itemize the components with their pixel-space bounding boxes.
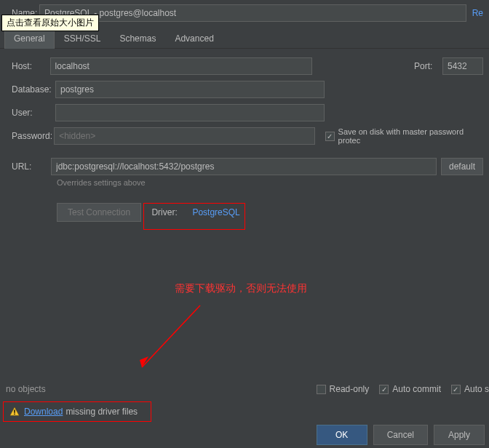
readonly-checkbox[interactable]	[317, 385, 326, 394]
database-label: Database:	[6, 84, 55, 95]
svg-marker-1	[140, 356, 148, 367]
tab-general[interactable]: General	[4, 29, 55, 49]
no-objects-label: no objects	[6, 384, 46, 394]
svg-rect-3	[14, 409, 15, 412]
url-input[interactable]	[51, 158, 437, 175]
url-hint: Overrides settings above	[57, 178, 483, 187]
annotation-arrow-icon	[124, 298, 211, 378]
apply-button[interactable]: Apply	[434, 425, 485, 445]
reset-link[interactable]: Re	[472, 8, 483, 18]
autosync-label: Auto s	[464, 384, 489, 394]
test-connection-button[interactable]: Test Connection	[57, 203, 141, 222]
warning-icon	[9, 407, 20, 417]
svg-line-0	[142, 305, 200, 367]
host-input[interactable]	[50, 57, 313, 75]
password-label: Password:	[6, 131, 54, 141]
download-highlight: Download missing driver files	[3, 401, 151, 422]
tab-schemas[interactable]: Schemas	[110, 29, 165, 48]
download-rest-label: missing driver files	[65, 407, 138, 417]
name-input[interactable]	[39, 4, 466, 22]
download-link[interactable]: Download	[24, 407, 63, 417]
tab-bar: General SSH/SSL Schemas Advanced	[0, 29, 489, 49]
port-input[interactable]	[442, 57, 483, 75]
save-password-checkbox[interactable]	[325, 132, 335, 141]
autocommit-label: Auto commit	[392, 384, 441, 394]
url-default-button[interactable]: default	[441, 158, 483, 175]
driver-highlight: Driver: PostgreSQL	[143, 203, 244, 230]
readonly-label: Read-only	[330, 384, 370, 394]
annotation-text: 需要下载驱动，否则无法使用	[175, 282, 307, 295]
save-password-label: Save on disk with master password protec	[338, 127, 483, 145]
driver-label: Driver:	[146, 207, 186, 217]
driver-link[interactable]: PostgreSQL	[192, 207, 239, 217]
database-input[interactable]	[55, 81, 325, 98]
tab-sshssl[interactable]: SSH/SSL	[55, 29, 111, 48]
image-tooltip: 点击查看原始大小图片	[1, 15, 99, 31]
user-input[interactable]	[55, 104, 325, 121]
password-input[interactable]	[54, 127, 315, 145]
tab-advanced[interactable]: Advanced	[165, 29, 223, 48]
cancel-button[interactable]: Cancel	[373, 425, 428, 445]
autosync-checkbox[interactable]	[451, 385, 461, 394]
url-label: URL:	[6, 161, 51, 172]
svg-rect-4	[14, 414, 15, 415]
autocommit-checkbox[interactable]	[379, 385, 389, 394]
user-label: User:	[6, 108, 55, 118]
ok-button[interactable]: OK	[317, 425, 367, 445]
host-label: Host:	[6, 61, 50, 71]
port-label: Port:	[414, 61, 442, 71]
dialog-buttons: OK Cancel Apply	[312, 422, 489, 448]
